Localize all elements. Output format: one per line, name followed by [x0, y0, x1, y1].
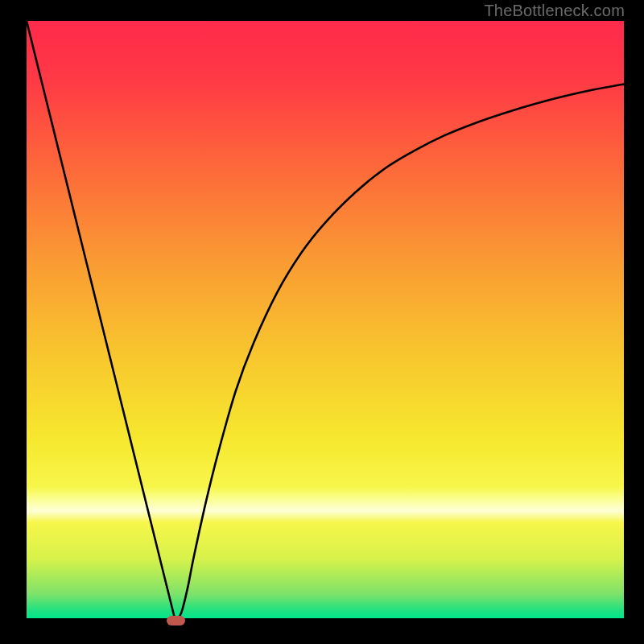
watermark-text: TheBottleneck.com [484, 2, 625, 20]
chart-frame: TheBottleneck.com [0, 0, 644, 644]
plot-area [27, 21, 624, 623]
minimum-marker [167, 616, 184, 625]
bottleneck-curve [27, 21, 624, 623]
